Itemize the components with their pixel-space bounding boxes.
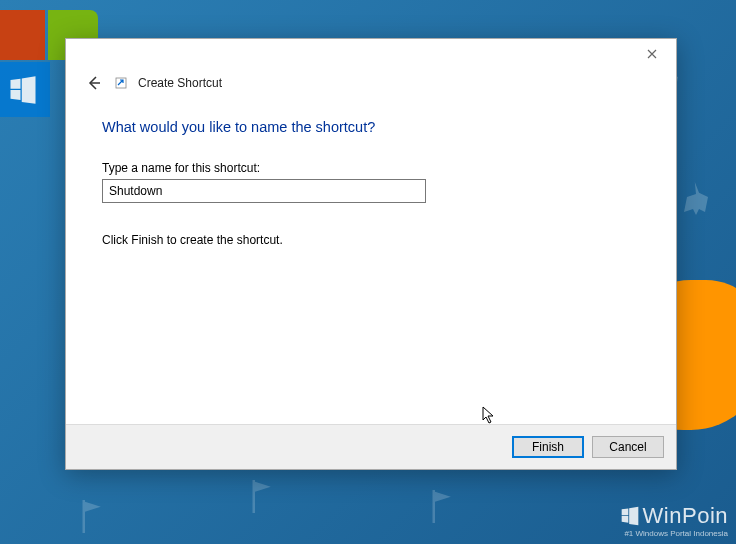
windows-tile (0, 62, 50, 117)
shortcut-name-input[interactable] (102, 179, 426, 203)
back-button[interactable] (84, 73, 104, 93)
shortcut-icon (114, 76, 128, 90)
office-tile (0, 10, 45, 60)
flag-decoration (430, 490, 455, 525)
svg-rect-2 (432, 490, 434, 523)
svg-rect-1 (252, 480, 254, 513)
svg-rect-0 (82, 500, 84, 533)
create-shortcut-dialog: Create Shortcut What would you like to n… (65, 38, 677, 470)
finish-button[interactable]: Finish (512, 436, 584, 458)
hint-text: Click Finish to create the shortcut. (102, 233, 640, 247)
page-heading: What would you like to name the shortcut… (102, 119, 640, 135)
dialog-titlebar (66, 39, 676, 69)
close-button[interactable] (636, 42, 668, 66)
watermark: WinPoin #1 Windows Portal Indonesia (620, 503, 728, 538)
back-arrow-icon (86, 75, 102, 91)
close-icon (647, 49, 657, 59)
watermark-brand: WinPoin (620, 503, 728, 529)
windows-logo-icon (620, 506, 640, 526)
input-label: Type a name for this shortcut: (102, 161, 640, 175)
watermark-brand-text: WinPoin (643, 503, 728, 529)
wizard-header: Create Shortcut (66, 69, 676, 103)
watermark-tagline: #1 Windows Portal Indonesia (620, 529, 728, 538)
cancel-button[interactable]: Cancel (592, 436, 664, 458)
flag-decoration (80, 500, 105, 535)
dialog-body: What would you like to name the shortcut… (66, 103, 676, 424)
dialog-footer: Finish Cancel (66, 424, 676, 469)
flag-decoration (250, 480, 275, 515)
wizard-title: Create Shortcut (138, 76, 222, 90)
